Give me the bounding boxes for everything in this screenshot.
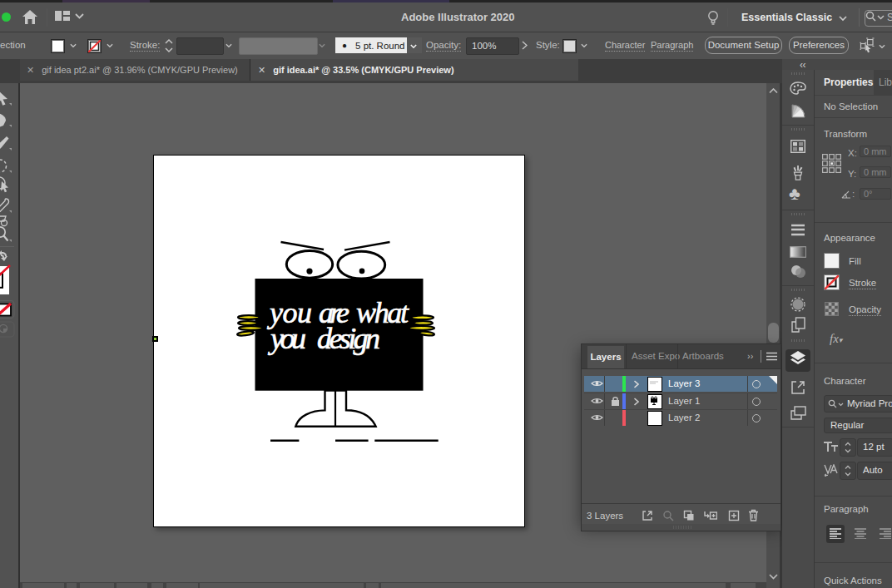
svg-text:you: you [268,322,306,355]
svg-text:design: design [317,322,380,355]
